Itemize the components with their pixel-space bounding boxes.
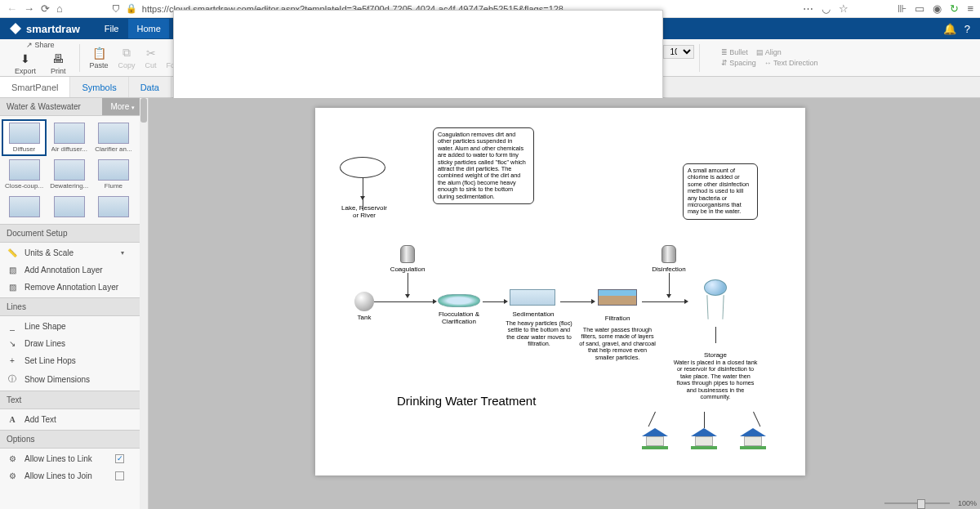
cut-button[interactable]: ✂Cut [140, 39, 162, 76]
shield-icon[interactable]: ⛉ [112, 4, 121, 14]
shape-tank[interactable] [354, 292, 374, 311]
section-document-setup: Document Setup [0, 224, 148, 243]
account-icon[interactable]: ◉ [933, 2, 942, 15]
diagram-page[interactable]: Lake, Reservoir or River Coagulation rem… [315, 108, 805, 476]
more-icon[interactable]: ⋯ [803, 2, 813, 15]
share-button[interactable]: ↗ Share [10, 41, 71, 49]
label-sedimentation: Sedimentation [508, 310, 559, 318]
symbol-palette: Diffuser Air diffuser... Clarifier an...… [0, 116, 131, 224]
zoom-level[interactable]: 100% [958, 499, 977, 507]
shape-house[interactable] [691, 428, 717, 449]
shape-disinfection[interactable] [662, 245, 676, 263]
line-shape-button[interactable]: ⎯Line Shape [0, 318, 131, 335]
section-text: Text [0, 391, 148, 409]
label-disinfection: Disinfection [645, 266, 693, 273]
home-icon[interactable]: ⌂ [56, 2, 63, 15]
symbol-flume[interactable]: Flume [91, 156, 135, 193]
line-hops-button[interactable]: +Set Line Hops [0, 352, 131, 369]
callout-filtration: The water passes through filters, some m… [578, 327, 657, 361]
shape-storage-tower[interactable] [704, 279, 727, 320]
menu-home[interactable]: Home [128, 19, 168, 38]
sidebar-scrollbar[interactable] [140, 98, 148, 509]
symbol-item[interactable] [2, 193, 47, 221]
pocket-icon[interactable]: ◡ [822, 2, 831, 15]
label-storage: Storage [697, 351, 733, 359]
callout-disinfection[interactable]: A small amount of chlorine is added or s… [683, 163, 758, 220]
print-button[interactable]: 🖶Print [46, 52, 71, 75]
font-size-select[interactable]: 10 [663, 45, 694, 59]
callout-sedimentation: The heavy particles (floc) settle to the… [505, 320, 573, 348]
symbol-diffuser[interactable]: Diffuser [2, 119, 47, 156]
show-dimensions-button[interactable]: ⓘShow Dimensions [0, 369, 131, 389]
shape-filtration[interactable] [598, 289, 637, 306]
units-scale-button[interactable]: 📏Units & Scale▾ [0, 244, 131, 261]
label-tank: Tank [351, 314, 377, 321]
symbol-clarifier[interactable]: Clarifier an... [91, 119, 135, 156]
notifications-icon[interactable]: 🔔 [943, 23, 956, 35]
symbol-close-coup[interactable]: Close-coup... [2, 156, 47, 193]
back-icon[interactable]: ← [7, 2, 17, 15]
shape-coagulation[interactable] [400, 245, 415, 263]
symbol-dewatering[interactable]: Dewatering... [47, 156, 91, 193]
allow-lines-link[interactable]: ⚙Allow Lines to Link [0, 450, 131, 467]
refresh-addon-icon[interactable]: ↻ [950, 2, 959, 15]
shape-house[interactable] [740, 428, 766, 449]
symbol-air-diffuser[interactable]: Air diffuser... [47, 119, 91, 156]
symbol-item[interactable] [47, 193, 91, 221]
symbol-library-name: Water & Wastewater [0, 98, 102, 115]
library-icon[interactable]: ⊪ [898, 2, 906, 15]
help-icon[interactable]: ? [964, 23, 970, 35]
tab-symbols[interactable]: Symbols [70, 77, 128, 97]
menu-file[interactable]: File [96, 19, 127, 38]
diagram-title: Drinking Water Treatment [397, 394, 536, 408]
callout-coagulation[interactable]: Coagulation removes dirt and other parti… [433, 127, 534, 204]
tab-data[interactable]: Data [129, 77, 172, 97]
panel-tabs: SmartPanel Symbols Data X › Page 1 ⊕ [0, 77, 980, 98]
callout-storage: Water is placed in a closed tank or rese… [673, 359, 758, 400]
symbol-item[interactable] [91, 193, 135, 221]
copy-button[interactable]: ⧉Copy [114, 39, 140, 76]
section-lines: Lines [0, 297, 148, 316]
shape-sedimentation[interactable] [510, 289, 555, 306]
bookmark-icon[interactable]: ☆ [839, 2, 849, 15]
bullet-button[interactable]: ≣ Bullet [721, 48, 748, 56]
forward-icon[interactable]: → [24, 2, 34, 15]
allow-lines-join[interactable]: ⚙Allow Lines to Join [0, 467, 131, 484]
label-source: Lake, Reservoir or River [333, 204, 395, 219]
label-filtration: Filtration [599, 315, 635, 322]
app-brand: smartdraw [26, 23, 80, 35]
remove-annotation-button[interactable]: ▨Remove Annotation Layer [0, 279, 131, 296]
paste-button[interactable]: 📋Paste [85, 39, 114, 76]
draw-lines-button[interactable]: ↘Draw Lines [0, 335, 131, 352]
sidebar-icon[interactable]: ▭ [915, 2, 924, 15]
menu-icon[interactable]: ≡ [967, 2, 973, 15]
tab-smartpanel[interactable]: SmartPanel [0, 77, 70, 97]
shape-flocculation[interactable] [438, 294, 480, 307]
status-bar: 100% [884, 499, 977, 507]
text-direction-button[interactable]: ↔ Text Direction [764, 59, 818, 67]
drawing-canvas[interactable]: Lake, Reservoir or River Coagulation rem… [149, 98, 980, 509]
add-annotation-button[interactable]: ▧Add Annotation Layer [0, 261, 131, 279]
export-button[interactable]: ⬇Export [10, 52, 41, 75]
smartpanel-sidebar: Water & Wastewater More ▾ Diffuser Air d… [0, 98, 149, 509]
label-flocculation: Flocculation & Clarification [430, 310, 488, 325]
shape-house[interactable] [642, 428, 668, 449]
app-logo[interactable]: smartdraw [10, 23, 80, 35]
add-text-button[interactable]: AAdd Text [0, 411, 131, 428]
align-button[interactable]: ▤ Align [756, 48, 782, 56]
section-options: Options [0, 430, 148, 449]
label-coagulation: Coagulation [385, 266, 430, 273]
reload-icon[interactable]: ⟳ [41, 2, 50, 15]
shape-source-oval[interactable] [340, 157, 385, 178]
lock-icon: 🔒 [126, 3, 137, 14]
spacing-button[interactable]: ⇵ Spacing [721, 59, 756, 67]
zoom-slider[interactable] [884, 502, 950, 504]
